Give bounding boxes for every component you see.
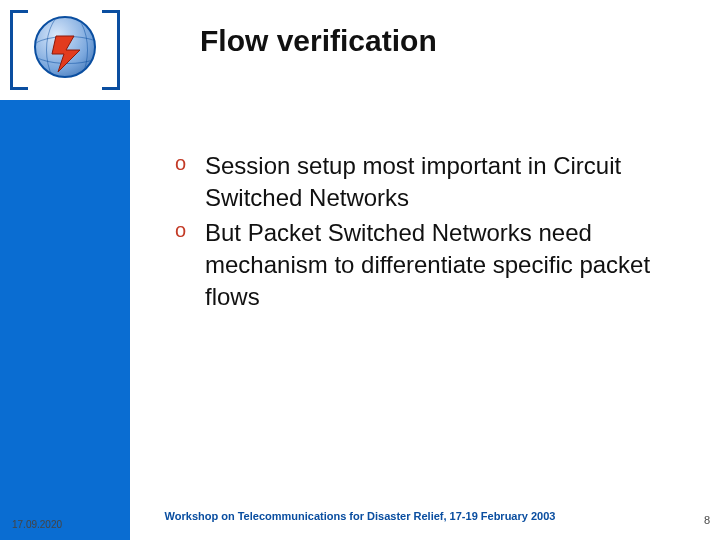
bullet-marker: o	[175, 217, 205, 244]
list-item: o But Packet Switched Networks need mech…	[175, 217, 690, 312]
logo-bracket-left	[10, 10, 28, 90]
bullet-list: o Session setup most important in Circui…	[175, 150, 690, 316]
page-number: 8	[704, 514, 710, 526]
footer-workshop: Workshop on Telecommunications for Disas…	[0, 510, 720, 522]
list-item: o Session setup most important in Circui…	[175, 150, 690, 213]
lightning-icon	[50, 32, 90, 72]
bullet-marker: o	[175, 150, 205, 177]
itu-logo	[0, 0, 130, 100]
bullet-text: Session setup most important in Circuit …	[205, 150, 690, 213]
svg-marker-0	[52, 36, 80, 72]
footer-date: 17.09.2020	[12, 519, 62, 530]
slide-title: Flow verification	[200, 24, 437, 58]
bullet-text: But Packet Switched Networks need mechan…	[205, 217, 690, 312]
logo-bracket-right	[102, 10, 120, 90]
